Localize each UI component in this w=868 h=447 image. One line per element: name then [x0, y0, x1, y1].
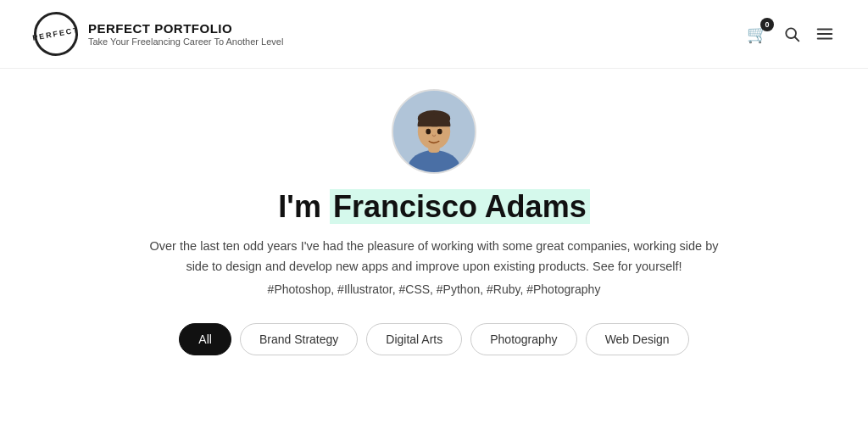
nav-icons: 🛒 0: [747, 24, 834, 44]
filter-tab-photography[interactable]: Photography: [470, 323, 576, 355]
hero-title: I'm Francisco Adams: [278, 189, 589, 225]
menu-button[interactable]: [815, 25, 834, 43]
hero-description: Over the last ten odd years I've had the…: [146, 237, 722, 277]
avatar: [392, 89, 476, 174]
logo[interactable]: PERFECT: [31, 8, 81, 59]
cart-badge: 0: [760, 18, 774, 31]
filter-tab-all[interactable]: All: [179, 323, 231, 355]
svg-point-11: [437, 129, 442, 135]
hero-tags: #Photoshop, #Illustrator, #CSS, #Python,…: [268, 282, 601, 296]
svg-line-1: [795, 37, 799, 42]
svg-point-10: [426, 129, 431, 135]
brand: PERFECT PERFECT PORTFOLIO Take Your Free…: [34, 12, 283, 56]
filter-tab-web-design[interactable]: Web Design: [586, 323, 689, 355]
filter-tab-digital-arts[interactable]: Digital Arts: [366, 323, 462, 355]
cart-button[interactable]: 🛒 0: [747, 24, 768, 44]
search-button[interactable]: [783, 25, 800, 42]
brand-tagline: Take Your Freelancing Career To Another …: [88, 36, 283, 47]
brand-text: PERFECT PORTFOLIO Take Your Freelancing …: [88, 21, 283, 47]
filter-tab-brand-strategy[interactable]: Brand Strategy: [240, 323, 358, 355]
filter-tabs: All Brand Strategy Digital Arts Photogra…: [179, 323, 688, 355]
brand-name: PERFECT PORTFOLIO: [88, 21, 283, 36]
site-header: PERFECT PERFECT PORTFOLIO Take Your Free…: [0, 0, 868, 69]
main-content: I'm Francisco Adams Over the last ten od…: [0, 69, 868, 355]
